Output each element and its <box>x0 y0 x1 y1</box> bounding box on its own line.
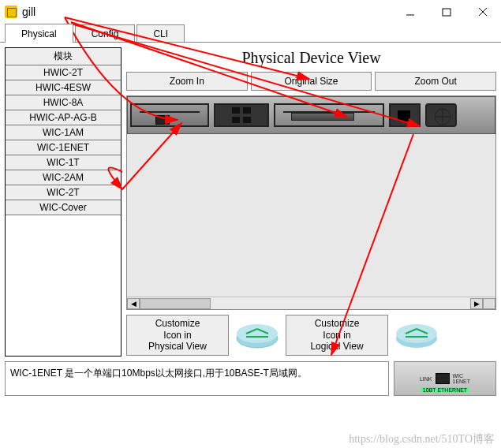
zoom-in-button[interactable]: Zoom In <box>126 72 248 91</box>
window-title: gill <box>22 6 36 18</box>
tab-config-label: Config <box>92 28 119 39</box>
preview-module-label: WIC 1ENET <box>453 373 471 384</box>
builtin-ethernet-ports[interactable] <box>214 103 269 127</box>
power-port[interactable] <box>389 103 421 127</box>
module-list-header: 模块 <box>6 48 121 65</box>
fan-grid <box>425 103 457 127</box>
module-item-WIC-2T[interactable]: WIC-2T <box>6 185 121 200</box>
preview-ethernet-port <box>436 373 450 384</box>
original-size-button[interactable]: Original Size <box>251 72 372 91</box>
tab-cli-label: CLI <box>153 28 168 39</box>
scroll-corner <box>483 298 495 309</box>
tab-physical-label: Physical <box>21 28 57 39</box>
router-icon-logical <box>393 318 440 353</box>
scroll-track[interactable] <box>140 298 470 309</box>
svg-point-8 <box>237 324 278 343</box>
module-item-WIC-Cover[interactable]: WIC-Cover <box>6 200 121 215</box>
zoom-out-button[interactable]: Zoom Out <box>375 72 496 91</box>
customize-logical-label: Customize Icon in Logical View <box>310 318 363 352</box>
preview-tag: 10BT ETHERNET <box>421 387 469 393</box>
tab-cli[interactable]: CLI <box>136 24 185 42</box>
customize-logical-icon-button[interactable]: Customize Icon in Logical View <box>286 315 388 356</box>
module-item-HWIC-8A[interactable]: HWIC-8A <box>6 95 121 110</box>
module-item-HWIC-AP-AG-B[interactable]: HWIC-AP-AG-B <box>6 110 121 125</box>
module-slot-0[interactable] <box>130 103 209 127</box>
svg-rect-1 <box>443 9 451 16</box>
module-description: WIC-1ENET 是一个单端口10Mbps以太网接口,用于10BASE-T局域… <box>5 361 389 396</box>
customize-physical-icon-button[interactable]: Customize Icon in Physical View <box>126 315 229 356</box>
physical-device-view-title: Physical Device View <box>126 47 496 72</box>
horizontal-scrollbar[interactable]: ◀ ▶ <box>127 297 495 309</box>
module-item-HWIC-2T[interactable]: HWIC-2T <box>6 65 121 80</box>
maximize-button[interactable] <box>428 0 465 24</box>
tab-bar: Physical Config CLI <box>0 24 501 43</box>
app-icon <box>5 6 17 18</box>
preview-link-label: LINK <box>420 376 432 382</box>
scroll-thumb[interactable] <box>140 298 211 309</box>
router-chassis[interactable] <box>127 96 495 134</box>
module-list: 模块 HWIC-2T HWIC-4ESW HWIC-8A HWIC-AP-AG-… <box>5 47 122 357</box>
module-preview[interactable]: LINK WIC 1ENET 10BT ETHERNET <box>394 361 496 396</box>
module-item-WIC-2AM[interactable]: WIC-2AM <box>6 170 121 185</box>
watermark: https://blog.csdn.net/510TO博客 <box>349 432 495 446</box>
close-button[interactable] <box>465 0 501 24</box>
device-chassis-view[interactable]: ◀ ▶ <box>126 95 496 310</box>
minimize-button[interactable] <box>392 0 428 24</box>
tab-physical[interactable]: Physical <box>5 24 73 43</box>
module-item-HWIC-4ESW[interactable]: HWIC-4ESW <box>6 80 121 95</box>
scroll-right-button[interactable]: ▶ <box>470 298 483 309</box>
module-slot-1[interactable] <box>274 103 384 127</box>
tab-config[interactable]: Config <box>75 24 136 42</box>
svg-point-10 <box>396 324 437 343</box>
scroll-left-button[interactable]: ◀ <box>127 298 140 309</box>
module-item-WIC-1ENET[interactable]: WIC-1ENET <box>6 140 121 155</box>
module-item-WIC-1AM[interactable]: WIC-1AM <box>6 125 121 140</box>
customize-physical-label: Customize Icon in Physical View <box>148 318 207 352</box>
module-item-WIC-1T[interactable]: WIC-1T <box>6 155 121 170</box>
router-icon-physical <box>234 318 281 353</box>
